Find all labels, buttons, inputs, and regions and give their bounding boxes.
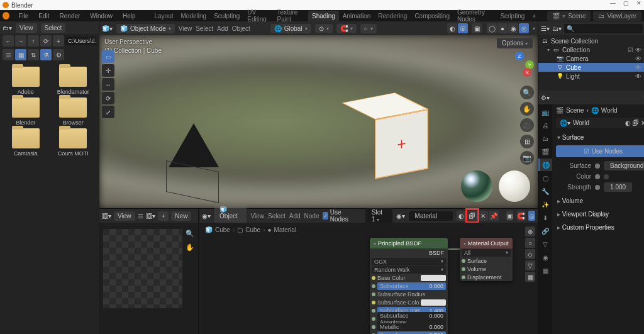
ne-menu-node[interactable]: Node [304,213,319,220]
outliner-search-input[interactable]: 🔍 [564,24,643,33]
socket-surface-in[interactable]: Surface [467,258,487,264]
ne-backdrop-icon[interactable]: ◎ [528,211,535,221]
orientation-dropdown[interactable]: 🌐Global▾ [270,24,311,33]
material-unlink-icon[interactable]: ✕ [478,211,488,221]
use-nodes-checkbox[interactable]: ✓Use Nodes [323,209,351,223]
shading-options-dropdown[interactable]: ▾ [533,26,535,31]
menu-window[interactable]: Window [89,13,114,19]
outliner-row[interactable]: 💡Light👁📷 [538,72,644,81]
nav-back-icon[interactable]: ← [3,35,14,47]
ne-menu-view[interactable]: View [250,213,264,220]
zoom-icon[interactable]: 🔍 [520,86,534,99]
tab-animation[interactable]: Animation [339,11,374,21]
material-new-icon[interactable]: ◐ [457,211,467,221]
tool-scale-icon[interactable]: ⤢ [102,106,114,118]
editor-type-icon[interactable]: 🖼▾ [102,213,111,220]
tab-add[interactable]: + [528,11,540,21]
folder-item[interactable]: Blender [3,97,49,126]
material-name-field[interactable]: Material [409,211,453,221]
ne-sidebar-tab2-icon[interactable]: ○ [525,238,535,248]
tab-modeling[interactable]: Modeling [177,11,211,21]
window-maximize-button[interactable]: ▢ [623,0,629,6]
pivot-dropdown[interactable]: ⊙▾ [315,24,333,33]
sort-icon[interactable]: ⇅ [28,49,39,60]
pv-link-icon[interactable]: 🖼▾ [146,213,155,220]
vp-menu-object[interactable]: Object [232,25,250,32]
nav-refresh-icon[interactable]: ⟳ [40,35,52,47]
ptab-modifier-icon[interactable]: 🔧 [538,185,552,198]
pv-mode-icon[interactable]: ☰ [138,213,143,220]
nav-newfolder-icon[interactable]: + [53,35,64,47]
fb-menu-select[interactable]: Select [41,23,66,33]
vp-menu-view[interactable]: View [179,25,192,32]
ptab-world-icon[interactable]: 🌐 [538,159,552,171]
folder-item[interactable]: Adobe [3,67,49,95]
ne-sidebar-tab1-icon[interactable]: ⊕ [525,226,535,237]
tool-select-icon[interactable]: ▭ [102,50,114,63]
editor-type-icon[interactable]: 🧊▾ [102,25,113,32]
pv-add-btn[interactable]: + [158,211,169,221]
axis-x-icon[interactable]: X [523,68,531,77]
outliner-row[interactable]: 🗂Scene Collection [538,36,644,45]
shading-rendered-icon[interactable]: ◎ [519,23,529,33]
ptab-render-icon[interactable]: 📺 [538,106,552,118]
tab-rendering[interactable]: Rendering [374,11,411,21]
window-close-button[interactable]: ✕ [636,0,641,6]
strength-input[interactable]: 1.000 [604,182,632,192]
move-icon[interactable]: ✋ [520,102,534,116]
world-dup-icon[interactable]: 🗐 [633,120,639,126]
node-canvas[interactable]: 🧊Cube ›▢Cube ›●Material ▾ Principled BSD… [199,223,538,334]
scene-object-cube[interactable] [353,104,416,167]
tab-sculpting[interactable]: Sculpting [210,11,243,21]
eye-icon[interactable]: 👁 [635,64,641,71]
socket-dot-icon[interactable] [595,164,600,169]
filter-icon[interactable]: ⚗ [40,49,52,60]
camera-view-icon[interactable]: 📷 [520,151,534,165]
settings-gear-icon[interactable]: ⚙ [53,49,64,60]
ptab-scene-icon[interactable]: 🎬 [538,145,552,158]
ptab-viewlayer-icon[interactable]: 🗂 [538,132,552,145]
hdri-preview-sphere-diffuse[interactable] [499,170,530,202]
tab-layout[interactable]: Layout [151,11,177,21]
ptab-object-icon[interactable]: ▢ [538,172,552,184]
ptab-material-icon[interactable]: ◉ [538,251,552,264]
socket-volume-in[interactable]: Volume [467,266,486,272]
scene-selector[interactable]: 🎬 ▾ Scene [547,11,591,21]
nav-up-icon[interactable]: ↑ [28,35,39,47]
material-slot-dropdown[interactable]: Slot 1 ▾ [365,208,392,224]
shading-solid-icon[interactable]: ● [497,23,508,33]
persp-ortho-icon[interactable]: ⊞ [520,135,534,148]
folder-item[interactable]: Browser [50,97,97,126]
panel-custom-props-header[interactable]: Custom Properties [556,222,644,233]
editor-type-icon[interactable]: ☰▾ [541,25,550,32]
ne-sidebar-tab3-icon[interactable]: ◇ [525,249,535,259]
panel-volume-header[interactable]: Volume [556,196,644,206]
outliner-mode-icon[interactable]: 🗂▾ [552,25,562,32]
world-new-icon[interactable]: ◐ [625,120,631,126]
window-minimize-button[interactable]: — [610,0,616,6]
viewport-3d[interactable]: User Perspective (1) Collection | Cube O… [99,35,538,208]
socket-dot-icon[interactable] [595,185,600,190]
nav-forward-icon[interactable]: → [15,35,26,47]
tool-rotate-icon[interactable]: ⟳ [102,92,114,104]
eye-icon[interactable]: 👁 [635,47,641,53]
node-material-output[interactable]: ▾ Material Output All▾ Surface Volume Di… [460,238,513,281]
world-datablock-dropdown[interactable]: 🌐▾World ◐ 🗐 ✕ [556,118,644,128]
ne-sidebar-tab5-icon[interactable]: ▦ [525,272,535,282]
viewlayer-selector[interactable]: 🗂 ViewLayer [593,11,641,21]
hdri-preview-sphere-reflective[interactable] [461,170,492,202]
ne-snap-icon[interactable]: 🧲 [517,211,525,221]
overlay-toggle-icon[interactable]: ⦿ [458,23,468,33]
ne-sidebar-tab4-icon[interactable]: ▽ [525,260,535,270]
image-preview-viewport[interactable]: 🔍 ✋ [99,223,198,334]
axis-z-icon[interactable]: Z [515,52,524,60]
shading-wire-icon[interactable]: ◯ [487,23,497,33]
vp-menu-select[interactable]: Select [196,25,213,32]
app-icon[interactable] [3,12,9,19]
fb-menu-view[interactable]: View [16,23,37,33]
ptab-output-icon[interactable]: 🖨 [538,119,552,131]
folder-item[interactable]: Blendamator [50,67,97,95]
navigation-gizmo[interactable]: Z Y X [505,52,534,81]
outliner-row-active[interactable]: ▽Cube👁📷 [538,63,644,72]
gizmo-toggle-icon[interactable]: ◐ [447,23,457,33]
